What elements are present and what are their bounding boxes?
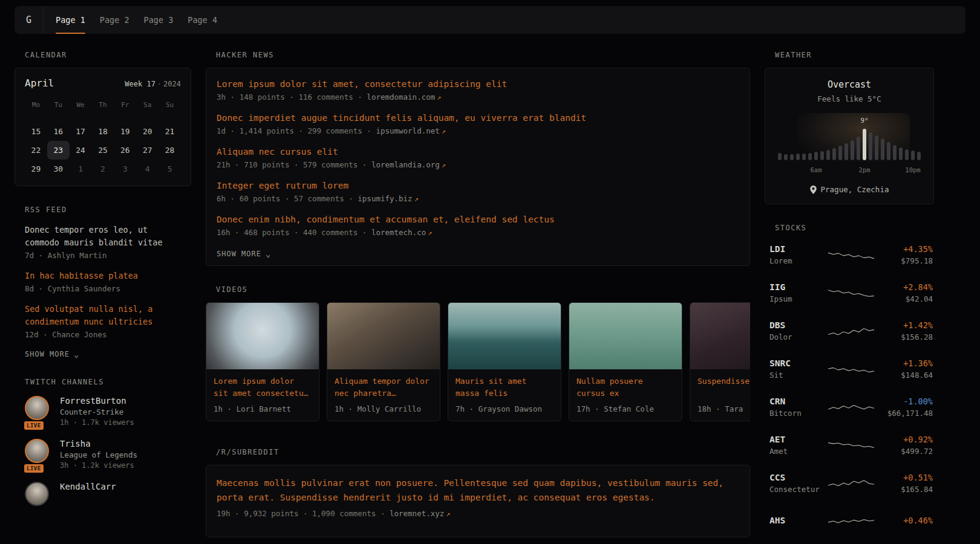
stock-info: AHS [769, 516, 822, 528]
day-header: Fr [114, 97, 136, 114]
stock-info: DBS Dolor [769, 320, 822, 342]
hn-item-domain-link[interactable]: ipsumify.biz [358, 194, 412, 203]
weather-bar [778, 153, 782, 160]
rss-show-more-button[interactable]: SHOW MORE ⌄ [25, 350, 79, 358]
video-meta: 7h · Grayson Dawson [456, 404, 554, 413]
video-card[interactable]: Nullam posuere cursus ex 17h · Stefan Co… [569, 302, 682, 421]
weather-location-text: Prague, Czechia [821, 185, 889, 194]
tab-page-3[interactable]: Page 3 [137, 6, 181, 34]
tab-page-2[interactable]: Page 2 [93, 6, 137, 34]
weather-bar [832, 148, 836, 160]
stock-sparkline [828, 246, 874, 264]
day-header: Mo [25, 97, 47, 114]
twitch-channel-game: League of Legends [60, 450, 137, 459]
weather-section-title: WEATHER [765, 51, 934, 59]
twitch-channel-info: ForrestBurton Counter-Strike 1h · 1.7k v… [60, 396, 134, 427]
live-badge: LIVE [24, 421, 44, 430]
app-logo[interactable]: G [15, 6, 44, 34]
twitch-avatar-wrap: LIVE [25, 396, 51, 427]
video-title-link[interactable]: Mauris sit amet massa felis [456, 375, 554, 399]
weather-widget: Overcast Feels like 5°C 9° 6am2pm10pm Pr… [765, 68, 934, 204]
videos-scroller[interactable]: Lorem ipsum dolor sit amet consectetu… 1… [206, 302, 750, 421]
live-badge: LIVE [24, 464, 44, 473]
video-card[interactable]: Aliquam tempor dolor nec pharetra… 1h · … [327, 302, 440, 421]
video-title-link[interactable]: Suspendisse diam [697, 375, 750, 399]
show-more-label: SHOW MORE [25, 350, 70, 358]
stock-name: Consectetur [769, 485, 822, 494]
calendar-widget: April Week 17·2024 Mo Tu We Th Fr Sa Su … [15, 68, 191, 186]
hn-item-meta: 21h · 710 points · 579 comments · loreml… [217, 160, 739, 169]
rss-item-title-link[interactable]: Donec tempor eros leo, ut commodo mauris… [25, 224, 181, 249]
external-link-icon: ↗ [446, 510, 450, 518]
calendar-date: 15 [25, 122, 47, 141]
day-header: Su [158, 97, 181, 114]
hn-item-title-link[interactable]: Aliquam nec cursus elit [217, 147, 739, 157]
videos-section: VIDEOS Lorem ipsum dolor sit amet consec… [206, 285, 750, 421]
weather-bar [838, 146, 842, 160]
calendar-week-info: Week 17·2024 [125, 80, 181, 88]
stock-price: $795.18 [880, 256, 933, 265]
rss-item-title-link[interactable]: In hac habitasse platea [25, 270, 181, 282]
stock-values: -1.00% $66,171.48 [880, 397, 933, 418]
stocks-section: STOCKS LDI Lorem +4.35% $795.18 IIG [765, 224, 934, 536]
calendar-date: 27 [136, 141, 158, 160]
video-card[interactable]: Lorem ipsum dolor sit amet consectetu… 1… [206, 302, 319, 421]
hn-show-more-button[interactable]: SHOW MORE ⌄ [217, 250, 271, 258]
calendar-date: 1 [70, 160, 92, 178]
twitch-channel-row[interactable]: LIVE Trisha League of Legends 3h · 1.2k … [25, 439, 181, 470]
weather-bar [844, 143, 848, 160]
hn-item-title-link[interactable]: Lorem ipsum dolor sit amet, consectetur … [217, 79, 739, 89]
reddit-post: Maecenas mollis pulvinar erat non posuer… [217, 476, 739, 518]
reddit-post-title-link[interactable]: Maecenas mollis pulvinar erat non posuer… [217, 476, 739, 505]
stock-sparkline [828, 360, 874, 378]
tab-page-1[interactable]: Page 1 [48, 6, 93, 34]
stock-row[interactable]: AET Amet +0.92% $499.72 [765, 431, 934, 459]
twitch-channel-row[interactable]: LIVE ForrestBurton Counter-Strike 1h · 1… [25, 396, 181, 427]
stock-row[interactable]: LDI Lorem +4.35% $795.18 [765, 241, 934, 269]
hn-item-title-link[interactable]: Donec enim nibh, condimentum et accumsan… [217, 215, 739, 224]
chevron-down-icon: ⌄ [266, 251, 271, 256]
twitch-section: TWITCH CHANNELS LIVE ForrestBurton Count… [15, 378, 191, 506]
weather-bar [863, 129, 866, 160]
hn-item-title-link[interactable]: Donec imperdiet augue tincidunt felis al… [217, 113, 739, 123]
stock-row[interactable]: SNRC Sit +1.36% $148.64 [765, 355, 934, 383]
rss-item-meta: 12d · Chance Jones [25, 330, 181, 339]
weather-chart: 9° [778, 118, 921, 160]
hn-item-domain-link[interactable]: loremtech.co [371, 228, 426, 237]
video-title-link[interactable]: Nullam posuere cursus ex [577, 375, 675, 399]
calendar-year: 2024 [163, 80, 181, 88]
video-title-link[interactable]: Aliquam tempor dolor nec pharetra… [335, 375, 433, 399]
stock-row[interactable]: DBS Dolor +1.42% $156.28 [765, 317, 934, 345]
twitch-channel-row[interactable]: KendallCarr [25, 482, 181, 506]
rss-list: Donec tempor eros leo, ut commodo mauris… [15, 222, 191, 358]
video-title-link[interactable]: Lorem ipsum dolor sit amet consectetu… [214, 375, 312, 399]
stock-ticker: AET [769, 435, 822, 444]
hn-item-domain-link[interactable]: loremdomain.com [367, 92, 435, 102]
video-card[interactable]: Suspendisse diam 18h · Tara [690, 302, 750, 421]
stock-row[interactable]: AHS +0.46% [765, 507, 934, 536]
weather-bar [796, 154, 800, 160]
stock-row[interactable]: CRN Bitcorn -1.00% $66,171.48 [765, 393, 934, 421]
stock-ticker: DBS [769, 320, 822, 330]
tab-page-4[interactable]: Page 4 [180, 6, 224, 34]
stock-row[interactable]: CCS Consectetur +0.51% $165.84 [765, 469, 934, 497]
rss-item-title-link[interactable]: Sed volutpat nulla nisl, a condimentum n… [25, 303, 181, 328]
rss-item: Sed volutpat nulla nisl, a condimentum n… [25, 303, 181, 339]
calendar-date: 3 [114, 160, 136, 178]
stock-row[interactable]: IIG Ipsum +2.84% $42.04 [765, 279, 934, 307]
video-card[interactable]: Mauris sit amet massa felis 7h · Grayson… [448, 302, 561, 421]
hn-item-meta: 1d · 1,414 points · 299 comments · ipsum… [217, 126, 739, 135]
hn-item: Donec imperdiet augue tincidunt felis al… [217, 113, 739, 135]
hn-item-title-link[interactable]: Integer eget rutrum lorem [217, 181, 739, 190]
video-body: Mauris sit amet massa felis 7h · Grayson… [448, 369, 561, 421]
stock-values: +1.42% $156.28 [880, 320, 933, 342]
day-header: Th [92, 97, 114, 114]
calendar-date: 25 [92, 141, 114, 160]
hn-item-domain-link[interactable]: ipsumworld.net [376, 126, 439, 135]
hn-item-meta: 6h · 60 points · 57 comments · ipsumify.… [217, 194, 739, 203]
hn-item-domain-link[interactable]: loremlandia.org [371, 160, 440, 169]
day-header: Sa [136, 97, 158, 114]
stock-change: +0.51% [880, 473, 933, 482]
twitch-channel-name: ForrestBurton [60, 396, 134, 406]
reddit-post-domain-link[interactable]: loremnet.xyz [390, 509, 444, 518]
